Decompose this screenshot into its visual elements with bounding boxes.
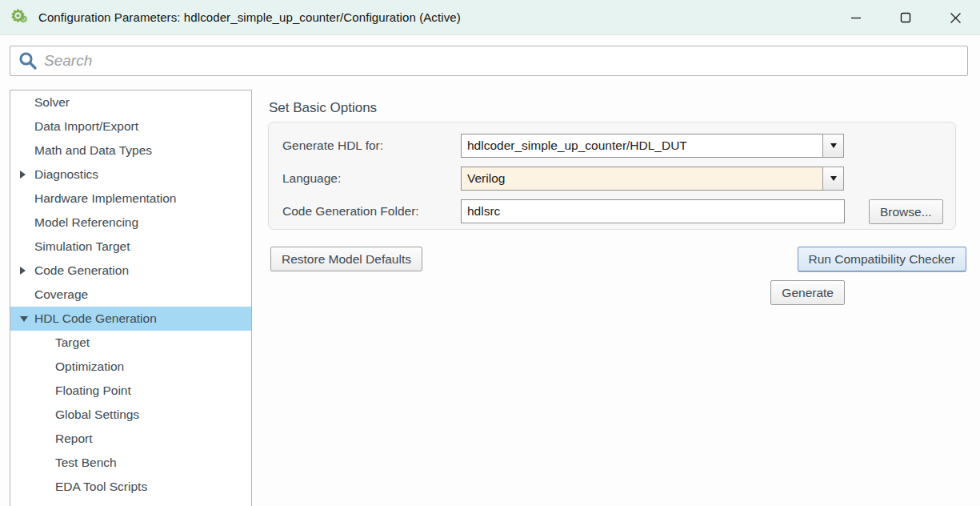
sidebar-item-label: Target [10, 335, 90, 350]
generate-hdl-for-row: Generate HDL for: hdlcoder_simple_up_cou… [282, 134, 844, 158]
sidebar-item-code-generation[interactable]: Code Generation [10, 259, 251, 283]
sidebar-item-global-settings[interactable]: Global Settings [10, 403, 251, 427]
generate-hdl-for-dropdown[interactable]: hdlcoder_simple_up_counter/HDL_DUT [461, 134, 844, 158]
sidebar-item-label: Hardware Implementation [10, 191, 176, 206]
window-controls [831, 0, 980, 35]
sidebar-item-label: Solver [10, 95, 70, 110]
sidebar-item-target[interactable]: Target [10, 331, 251, 355]
sidebar-item-label: Math and Data Types [10, 143, 152, 158]
chevron-down-icon[interactable] [20, 316, 28, 322]
main-panel: Set Basic Options Generate HDL for: hdlc… [268, 90, 970, 506]
maximize-icon [900, 12, 911, 23]
chevron-down-icon [830, 176, 837, 181]
sidebar-item-optimization[interactable]: Optimization [10, 355, 251, 379]
language-dropdown[interactable]: Verilog [461, 167, 844, 191]
sidebar-item-test-bench[interactable]: Test Bench [10, 451, 251, 475]
close-icon [950, 12, 962, 24]
sidebar-item-math-and-data-types[interactable]: Math and Data Types [10, 139, 251, 163]
code-generation-folder-input[interactable] [461, 199, 845, 223]
window-title: Configuration Parameters: hdlcoder_simpl… [38, 10, 461, 24]
sidebar-item-label: EDA Tool Scripts [10, 480, 147, 494]
chevron-right-icon[interactable] [20, 267, 26, 275]
sidebar-item-diagnostics[interactable]: Diagnostics [10, 163, 251, 187]
sidebar-item-label: Optimization [10, 359, 124, 374]
search-icon [18, 51, 38, 70]
sidebar-item-label: HDL Code Generation [10, 311, 157, 326]
sidebar-item-simulation-target[interactable]: Simulation Target [10, 235, 251, 259]
sidebar-item-label: Test Bench [10, 456, 117, 470]
generate-hdl-for-label: Generate HDL for: [282, 139, 461, 153]
minimize-button[interactable] [831, 0, 881, 35]
simulink-config-gear-icon: ⚙ ⚙ [10, 7, 31, 28]
language-label: Language: [282, 171, 461, 186]
sidebar-item-label: Simulation Target [10, 239, 130, 254]
sidebar-item-hardware-implementation[interactable]: Hardware Implementation [10, 187, 251, 211]
minimize-icon [850, 12, 862, 23]
sidebar-item-coverage[interactable]: Coverage [10, 283, 251, 307]
section-title: Set Basic Options [269, 100, 970, 116]
titlebar: ⚙ ⚙ Configuration Parameters: hdlcoder_s… [0, 0, 980, 35]
run-compatibility-checker-button[interactable]: Run Compatibility Checker [798, 247, 967, 271]
search-bar[interactable] [10, 46, 968, 76]
language-value[interactable]: Verilog [461, 167, 823, 191]
chevron-right-icon[interactable] [20, 171, 26, 179]
sidebar-item-floating-point[interactable]: Floating Point [10, 379, 251, 403]
close-button[interactable] [930, 0, 980, 35]
sidebar-item-data-import-export[interactable]: Data Import/Export [10, 114, 251, 139]
sidebar-item-label: Global Settings [10, 408, 139, 422]
generate-hdl-for-value[interactable]: hdlcoder_simple_up_counter/HDL_DUT [461, 134, 823, 158]
language-row: Language: Verilog [282, 167, 844, 191]
sidebar-item-model-referencing[interactable]: Model Referencing [10, 211, 251, 235]
generate-hdl-for-dropdown-button[interactable] [822, 134, 844, 158]
sidebar-item-eda-tool-scripts[interactable]: EDA Tool Scripts [10, 475, 251, 499]
sidebar-item-label: Floating Point [10, 384, 131, 398]
chevron-down-icon [830, 143, 837, 148]
basic-options-groupbox: Generate HDL for: hdlcoder_simple_up_cou… [268, 122, 956, 230]
restore-model-defaults-button[interactable]: Restore Model Defaults [270, 247, 422, 271]
sidebar-item-solver[interactable]: Solver [10, 90, 251, 114]
maximize-button[interactable] [881, 0, 930, 35]
code-generation-folder-row: Code Generation Folder: Browse... [282, 199, 957, 223]
sidebar-item-label: Coverage [10, 287, 88, 302]
config-tree-sidebar: Solver Data Import/Export Math and Data … [10, 90, 252, 506]
search-input[interactable] [38, 46, 967, 75]
sidebar-item-label: Code Generation [10, 263, 129, 278]
sidebar-item-label: Report [10, 432, 93, 446]
browse-button[interactable]: Browse... [869, 199, 943, 224]
sidebar-item-report[interactable]: Report [10, 427, 251, 451]
generate-button[interactable]: Generate [770, 280, 845, 305]
language-dropdown-button[interactable] [822, 167, 844, 191]
sidebar-item-label: Model Referencing [10, 215, 138, 230]
sidebar-item-hdl-code-generation[interactable]: HDL Code Generation [10, 307, 251, 331]
sidebar-item-label: Data Import/Export [10, 119, 138, 134]
code-generation-folder-label: Code Generation Folder: [282, 204, 461, 219]
